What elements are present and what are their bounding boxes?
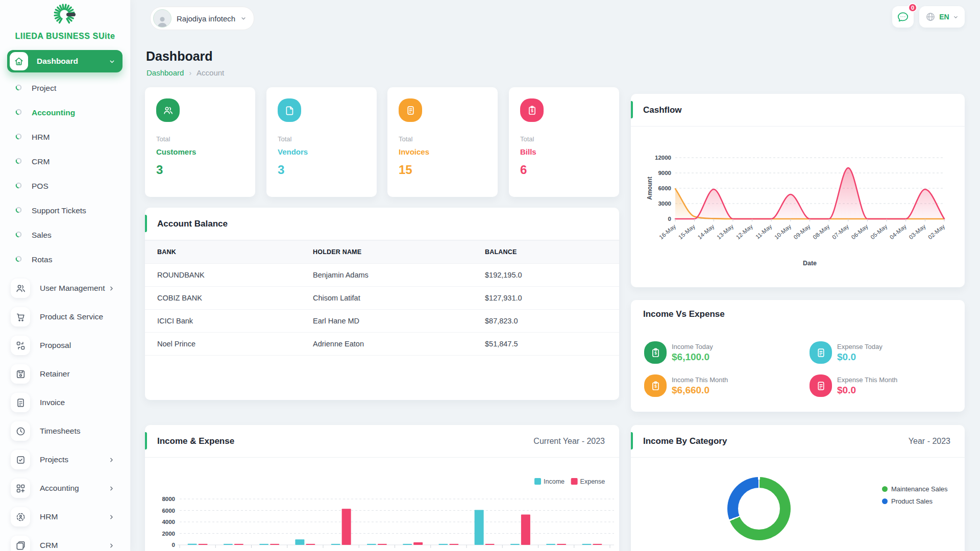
sidebar-item-label: Sales xyxy=(32,231,52,240)
svg-text:Amount: Amount xyxy=(646,177,653,199)
donut-chart xyxy=(727,477,791,540)
avatar xyxy=(153,9,172,28)
sidebar-item-proposal[interactable]: Proposal xyxy=(0,331,130,360)
breadcrumb: Dashboard › Account xyxy=(146,68,224,77)
income-by-category-title: Income By Category xyxy=(643,436,727,446)
sidebar-item-hrm[interactable]: HRM xyxy=(0,125,130,149)
sidebar-item-label: HRM xyxy=(32,133,50,142)
sidebar-item-label: Accounting xyxy=(32,108,75,117)
sidebar-item-retainer[interactable]: Retainer xyxy=(0,360,130,388)
svg-text:11-May: 11-May xyxy=(754,223,773,240)
table-column-header: HOLDER NAME xyxy=(301,241,473,264)
svg-text:Date: Date xyxy=(803,260,817,267)
svg-text:14-May: 14-May xyxy=(696,223,715,240)
breadcrumb-dashboard-link[interactable]: Dashboard xyxy=(146,68,184,77)
sidebar-item-sales[interactable]: Sales xyxy=(0,223,130,247)
sidebar-item-label: Project xyxy=(32,84,56,93)
ive-label: Expense This Month xyxy=(837,376,897,384)
home-icon xyxy=(10,52,28,70)
bills-icon: $ xyxy=(520,98,544,122)
chat-icon xyxy=(897,11,909,23)
ring-icon xyxy=(15,255,22,264)
svg-text:4000: 4000 xyxy=(162,519,175,525)
legend-dot xyxy=(882,498,888,504)
sidebar-item-crm[interactable]: CRM xyxy=(0,531,130,551)
table-row: ROUNDBANKBenjamin Adams$192,195.0 xyxy=(145,264,619,287)
stat-card-vendors: TotalVendors3 xyxy=(266,87,377,197)
chevron-down-icon xyxy=(240,15,247,21)
messages-button[interactable]: 0 xyxy=(892,6,914,28)
stat-value: 3 xyxy=(278,163,365,177)
crm-icon xyxy=(11,536,30,551)
cashflow-title: Cashflow xyxy=(643,105,682,115)
sidebar-item-accounting[interactable]: Accounting xyxy=(0,101,130,125)
chevron-right-icon xyxy=(108,514,115,520)
table-cell: Adrienne Eaton xyxy=(301,333,473,356)
table-cell: $51,847.5 xyxy=(473,333,619,356)
income-clipboard-icon: $ xyxy=(644,374,667,397)
svg-text:Expense: Expense xyxy=(580,478,605,485)
stat-value: 6 xyxy=(520,163,608,177)
stat-card-invoices: TotalInvoices15 xyxy=(387,87,498,197)
company-selector[interactable]: Rajodiya infotech xyxy=(150,7,254,30)
legend-dot xyxy=(882,486,888,492)
stat-card-customers: TotalCustomers3 xyxy=(145,87,255,197)
table-cell: ICICI Bank xyxy=(145,310,301,333)
projects-icon xyxy=(11,450,30,469)
svg-text:0: 0 xyxy=(172,542,175,548)
table-row: COBIZ BANKChisom Latifat$127,931.0 xyxy=(145,287,619,310)
sidebar-item-support-tickets[interactable]: Support Tickets xyxy=(0,198,130,223)
breadcrumb-current: Account xyxy=(197,68,224,77)
stat-value: 3 xyxy=(156,163,244,177)
income-vs-expense-card: Income Vs Expense $Income Today$6,100.0E… xyxy=(631,300,965,412)
sidebar-item-user-management[interactable]: User Management xyxy=(0,274,130,303)
ive-value: $0.0 xyxy=(837,385,897,396)
sidebar-item-rotas[interactable]: Rotas xyxy=(0,247,130,272)
cashflow-chart: 12000900060003000016-May15-May14-May13-M… xyxy=(631,127,965,288)
ive-label: Income This Month xyxy=(672,376,728,384)
table-cell: $127,931.0 xyxy=(473,287,619,310)
accounting-icon xyxy=(11,479,30,498)
customers-icon xyxy=(156,98,180,122)
svg-text:0: 0 xyxy=(668,216,671,222)
sidebar-item-label: User Management xyxy=(40,284,105,293)
ring-icon xyxy=(15,182,22,191)
ring-icon xyxy=(15,206,22,215)
notification-badge: 0 xyxy=(908,3,917,12)
cashflow-card: Cashflow 12000900060003000016-May15-May1… xyxy=(631,94,965,287)
sidebar-item-hrm[interactable]: HRM xyxy=(0,503,130,531)
sidebar-item-product-service[interactable]: Product & Service xyxy=(0,303,130,331)
chevron-right-icon xyxy=(108,542,115,549)
proposal-icon xyxy=(11,336,30,355)
svg-text:Income: Income xyxy=(544,478,565,485)
sidebar-item-project[interactable]: Project xyxy=(0,76,130,101)
globe-icon xyxy=(925,12,936,22)
sidebar-item-label: POS xyxy=(32,182,48,191)
table-cell: ROUNDBANK xyxy=(145,264,301,287)
table-column-header: BALANCE xyxy=(473,241,619,264)
legend-label: Product Sales xyxy=(891,497,933,505)
sidebar-item-label: Invoice xyxy=(40,398,65,407)
sidebar-item-accounting[interactable]: Accounting xyxy=(0,474,130,503)
account-balance-table: BANKHOLDER NAMEBALANCE ROUNDBANKBenjamin… xyxy=(145,240,619,356)
expense-file-icon xyxy=(810,374,832,397)
brand-logo: LIIEDA BUSINESS SUite xyxy=(0,1,130,41)
svg-text:12000: 12000 xyxy=(655,155,671,161)
sidebar-item-projects[interactable]: Projects xyxy=(0,445,130,474)
svg-text:$: $ xyxy=(654,384,657,389)
sidebar-item-timesheets[interactable]: Timesheets xyxy=(0,417,130,445)
language-selector[interactable]: EN xyxy=(919,6,965,28)
sidebar: LIIEDA BUSINESS SUite Dashboard ProjectA… xyxy=(0,0,131,551)
svg-text:15-May: 15-May xyxy=(677,223,696,240)
sidebar-item-crm[interactable]: CRM xyxy=(0,149,130,174)
sidebar-item-pos[interactable]: POS xyxy=(0,174,130,198)
sidebar-item-label: Retainer xyxy=(40,369,70,379)
ive-value: $6,660.0 xyxy=(672,385,728,396)
sidebar-item-label: Accounting xyxy=(40,484,79,493)
sidebar-item-label: CRM xyxy=(40,541,58,550)
sidebar-item-dashboard[interactable]: Dashboard xyxy=(7,50,122,72)
cart-icon xyxy=(11,307,30,327)
sidebar-simple-menu: ProjectAccountingHRMCRMPOSSupport Ticket… xyxy=(0,76,130,272)
sidebar-item-label: Dashboard xyxy=(37,57,109,66)
sidebar-item-invoice[interactable]: Invoice xyxy=(0,388,130,417)
